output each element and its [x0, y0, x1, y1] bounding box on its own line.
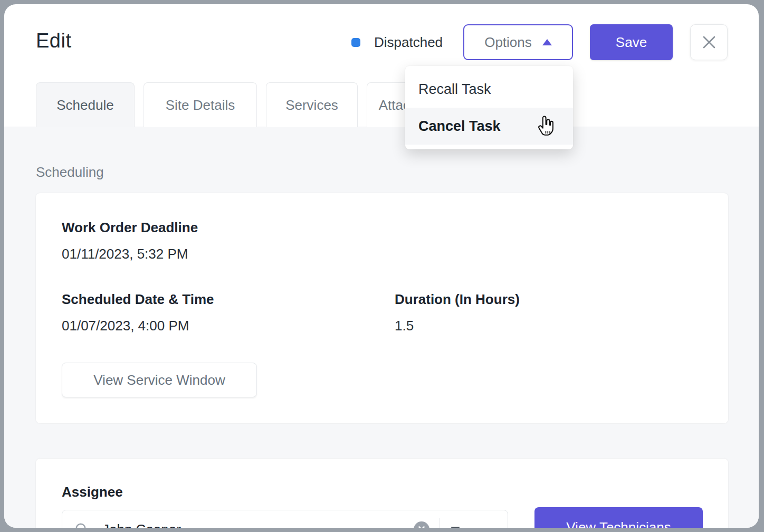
status-badge: Dispatched [351, 24, 443, 60]
tab-services-label: Services [285, 97, 338, 113]
save-button-label: Save [616, 34, 647, 51]
search-icon [74, 521, 90, 528]
divider [440, 518, 440, 528]
clear-icon [418, 526, 425, 528]
view-technicians-button[interactable]: View Technicians [534, 507, 703, 528]
assignee-card: Assignee View Technicians [36, 459, 728, 528]
view-service-window-label: View Service Window [93, 372, 225, 388]
chevron-up-icon [542, 39, 552, 45]
close-button[interactable] [690, 24, 728, 60]
edit-task-modal: Edit Dispatched Options Save Schedule Si… [4, 4, 759, 528]
chevron-down-icon[interactable] [451, 527, 460, 528]
page-title: Edit [36, 30, 71, 52]
scheduling-section-title: Scheduling [36, 164, 104, 180]
assignee-search-box [62, 510, 508, 528]
save-button[interactable]: Save [590, 24, 673, 60]
options-button[interactable]: Options [463, 24, 573, 60]
options-dropdown-menu: Recall Task Cancel Task [405, 66, 573, 149]
work-order-deadline-value: 01/11/2023, 5:32 PM [62, 246, 188, 262]
scheduled-date-time-value: 01/07/2023, 4:00 PM [62, 318, 189, 334]
options-button-label: Options [484, 34, 532, 51]
menu-item-recall-task[interactable]: Recall Task [405, 71, 573, 108]
duration-label: Duration (In Hours) [395, 291, 520, 308]
close-icon [702, 35, 717, 50]
view-technicians-label: View Technicians [566, 519, 671, 528]
tab-content-schedule: Scheduling Work Order Deadline 01/11/202… [4, 127, 759, 528]
duration-value: 1.5 [395, 318, 414, 334]
assignee-search-input[interactable] [102, 521, 414, 528]
tab-schedule-label: Schedule [56, 97, 113, 113]
tab-services[interactable]: Services [266, 82, 358, 127]
status-dot-icon [351, 38, 360, 47]
menu-item-cancel-task-label: Cancel Task [418, 118, 501, 135]
tab-schedule[interactable]: Schedule [36, 82, 135, 127]
work-order-deadline-label: Work Order Deadline [62, 220, 198, 236]
clear-search-button[interactable] [414, 521, 429, 528]
status-label: Dispatched [374, 34, 443, 51]
assignee-label: Assignee [62, 484, 123, 500]
tab-bar: Schedule Site Details Services Attachmen… [36, 82, 467, 127]
menu-item-recall-task-label: Recall Task [418, 81, 491, 98]
tab-site-details[interactable]: Site Details [144, 82, 257, 127]
menu-item-cancel-task[interactable]: Cancel Task [405, 108, 573, 145]
scheduled-date-time-label: Scheduled Date & Time [62, 291, 214, 308]
tab-site-details-label: Site Details [166, 97, 235, 113]
scheduling-card: Work Order Deadline 01/11/2023, 5:32 PM … [36, 193, 728, 423]
hand-cursor-icon [534, 115, 558, 138]
view-service-window-button[interactable]: View Service Window [62, 363, 257, 397]
